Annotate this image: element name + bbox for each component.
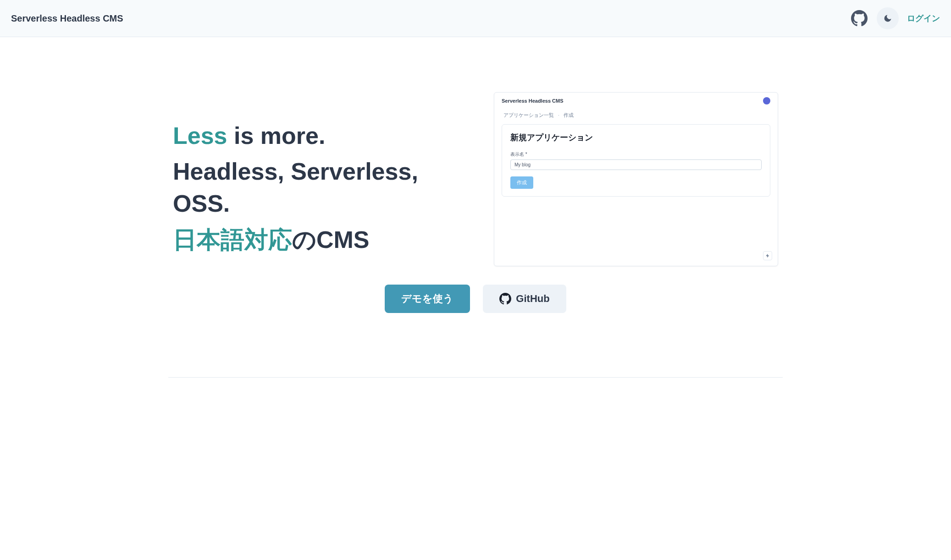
hero-rest-1: is more. <box>227 122 326 149</box>
preview-card-title: 新規アプリケーション <box>510 132 762 143</box>
preview-field-label: 表示名 * <box>510 151 762 158</box>
section-divider <box>168 377 783 378</box>
breadcrumb-item-1: アプリケーション一覧 <box>503 112 554 118</box>
preview-name-input <box>510 159 762 170</box>
preview-avatar <box>763 97 770 104</box>
bolt-icon <box>763 251 772 260</box>
github-icon <box>499 293 511 305</box>
github-icon <box>851 10 868 27</box>
hero-rest-3: のCMS <box>292 226 370 253</box>
cta-row: デモを使う GitHub <box>173 285 778 313</box>
hero-accent-3: 日本語対応 <box>173 226 292 253</box>
preview-screenshot: Serverless Headless CMS アプリケーション一覧 · 作成 … <box>494 92 778 266</box>
hero-line-3: 日本語対応のCMS <box>173 224 476 256</box>
preview-card: 新規アプリケーション 表示名 * 作成 <box>502 124 770 197</box>
demo-button-label: デモを使う <box>401 292 453 306</box>
breadcrumb-separator: · <box>558 112 559 118</box>
hero-line-1: Less is more. <box>173 120 476 152</box>
github-button-label: GitHub <box>516 293 549 305</box>
app-title: Serverless Headless CMS <box>11 13 123 24</box>
preview-submit-button: 作成 <box>510 176 533 189</box>
hero-accent-1: Less <box>173 122 227 149</box>
hero-section: Less is more. Headless, Serverless, OSS.… <box>173 65 778 266</box>
moon-icon <box>883 14 892 23</box>
hero-text: Less is more. Headless, Serverless, OSS.… <box>173 65 476 259</box>
demo-button[interactable]: デモを使う <box>385 285 470 313</box>
main-content: Less is more. Headless, Serverless, OSS.… <box>155 37 796 340</box>
breadcrumb-item-2: 作成 <box>564 112 574 118</box>
hero-line-2: Headless, Serverless, OSS. <box>173 155 476 220</box>
github-link[interactable] <box>850 9 868 27</box>
preview-app-title: Serverless Headless CMS <box>502 98 564 104</box>
top-nav: Serverless Headless CMS ログイン <box>0 0 951 37</box>
header-actions: ログイン <box>850 7 940 29</box>
preview-header: Serverless Headless CMS <box>494 93 778 109</box>
preview-breadcrumb: アプリケーション一覧 · 作成 <box>494 109 778 121</box>
theme-toggle[interactable] <box>877 7 899 29</box>
login-link[interactable]: ログイン <box>907 13 940 24</box>
github-button[interactable]: GitHub <box>483 285 566 313</box>
